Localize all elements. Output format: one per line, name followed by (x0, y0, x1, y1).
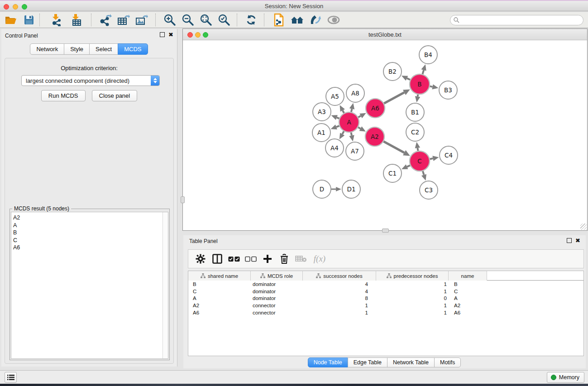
edge-B-B2[interactable] (407, 78, 410, 80)
delete-column-icon[interactable] (276, 251, 292, 267)
zoom-fit-icon[interactable] (197, 13, 215, 27)
graph-node-C2[interactable]: C2 (406, 123, 424, 141)
first-neighbors-icon[interactable] (288, 13, 306, 27)
add-column-icon[interactable] (259, 251, 276, 267)
tab-edge-table[interactable]: Edge Table (348, 357, 387, 367)
table-row[interactable]: Cdominator41C (188, 288, 583, 295)
select-all-columns-icon[interactable] (225, 251, 242, 267)
tab-style[interactable]: Style (64, 43, 90, 55)
graph-node-B1[interactable]: B1 (406, 103, 424, 121)
window-resize-grip[interactable] (580, 224, 587, 230)
column-header-shared-name[interactable]: shared name (188, 271, 251, 281)
graph-node-C3[interactable]: C3 (420, 181, 438, 199)
show-hide-eye-icon[interactable] (325, 13, 343, 27)
search-field[interactable] (450, 15, 583, 25)
zoom-in-icon[interactable] (161, 13, 179, 27)
edge-B-B3[interactable] (430, 86, 433, 87)
edge-A-A2[interactable] (358, 127, 360, 129)
tab-mcds[interactable]: MCDS (118, 43, 148, 55)
graph-node-C4[interactable]: C4 (440, 146, 458, 164)
zoom-out-icon[interactable] (179, 13, 197, 27)
window-left-resize-handle[interactable] (181, 196, 185, 203)
refresh-icon[interactable] (242, 13, 260, 27)
graph-node-A5[interactable]: A5 (326, 87, 344, 105)
result-scrollbar[interactable] (163, 212, 168, 358)
graph-node-B[interactable]: B (410, 74, 430, 94)
window-bottom-resize-handle[interactable] (382, 229, 389, 233)
result-item-a6[interactable]: A6 (11, 244, 168, 252)
graph-node-C1[interactable]: C1 (383, 164, 402, 182)
tab-select[interactable]: Select (89, 43, 118, 55)
close-table-panel-icon[interactable]: ✖ (575, 238, 580, 243)
float-panel-icon[interactable] (160, 32, 165, 37)
edge-A-A8[interactable] (351, 109, 352, 112)
function-builder-icon[interactable]: f(x) (309, 251, 330, 267)
unselect-all-columns-icon[interactable] (242, 251, 259, 267)
graph-node-D1[interactable]: D1 (342, 180, 360, 198)
edge-C-C3[interactable] (423, 171, 424, 175)
graph-node-B3[interactable]: B3 (439, 81, 457, 99)
graph-node-C[interactable]: C (410, 151, 430, 171)
result-item-a2[interactable]: A2 (11, 214, 168, 222)
tab-network-table[interactable]: Network Table (387, 357, 435, 367)
network-canvas[interactable]: B4B2BB3A8A5A6A3B1AA1C2A2A4A7C4CC1DD1C3 (183, 40, 587, 230)
edge-A-A3[interactable] (337, 118, 339, 119)
result-item-a[interactable]: A (11, 222, 168, 229)
edge-B-B1[interactable] (418, 95, 418, 97)
save-session-icon[interactable] (20, 13, 38, 27)
network-from-file-icon[interactable] (270, 13, 288, 27)
show-panel-list-button[interactable] (5, 372, 17, 383)
edge-A-A4[interactable] (342, 131, 344, 134)
table-row[interactable]: Adominator80A (188, 295, 583, 302)
export-network-icon[interactable] (96, 13, 115, 27)
run-mcds-button[interactable]: Run MCDS (41, 90, 86, 101)
tab-network[interactable]: Network (30, 43, 64, 55)
table-row[interactable]: A6connector11A6 (188, 309, 583, 316)
search-input[interactable] (461, 17, 583, 24)
node-table[interactable]: shared nameMCDS rolesuccessor nodesprede… (188, 271, 584, 356)
export-table-icon[interactable] (115, 13, 133, 27)
optimization-criterion-select[interactable]: largest connected component (directed) (21, 75, 160, 86)
result-item-c[interactable]: C (11, 237, 168, 244)
edge-A-A5[interactable] (343, 110, 344, 113)
delete-table-icon[interactable] (292, 251, 309, 267)
graph-node-A6[interactable]: A6 (366, 99, 385, 118)
edge-C-C4[interactable] (430, 158, 433, 159)
edge-A2-C[interactable] (383, 142, 404, 153)
graph-node-A7[interactable]: A7 (346, 142, 364, 160)
zoom-selected-icon[interactable] (215, 13, 233, 27)
graph-node-B2[interactable]: B2 (383, 62, 402, 81)
column-header-name[interactable]: name (449, 271, 487, 281)
memory-button[interactable]: Memory (547, 372, 584, 383)
edge-A-A1[interactable] (336, 126, 339, 127)
mcds-result-list[interactable]: A2ABCA6 (11, 212, 168, 359)
import-table-icon[interactable] (67, 13, 86, 27)
edge-C-C2[interactable] (417, 148, 418, 151)
graph-node-A8[interactable]: A8 (346, 84, 364, 102)
graph-node-D[interactable]: D (313, 180, 331, 198)
edge-A6-B[interactable] (384, 92, 404, 103)
settings-gear-icon[interactable] (192, 251, 209, 267)
graph-node-A1[interactable]: A1 (312, 124, 330, 142)
edge-A-A6[interactable] (358, 116, 361, 117)
close-panel-icon[interactable]: ✖ (168, 32, 173, 37)
graph-node-A2[interactable]: A2 (365, 127, 384, 146)
float-table-panel-icon[interactable] (567, 238, 572, 243)
result-item-b[interactable]: B (11, 229, 168, 237)
edge-B-B4[interactable] (422, 70, 424, 74)
graph-node-A4[interactable]: A4 (325, 139, 344, 157)
graph-node-B4[interactable]: B4 (419, 46, 437, 64)
graphics-details-icon[interactable] (306, 13, 325, 27)
edge-C-C1[interactable] (407, 165, 410, 167)
table-row[interactable]: Bdominator41B (188, 281, 583, 288)
tab-motifs[interactable]: Motifs (434, 357, 461, 367)
edge-A-A7[interactable] (351, 133, 352, 136)
close-panel-button[interactable]: Close panel (92, 90, 138, 101)
graph-node-A3[interactable]: A3 (313, 103, 331, 121)
column-header-MCDS-role[interactable]: MCDS role (251, 271, 303, 281)
export-image-icon[interactable] (133, 13, 151, 27)
network-graph[interactable]: B4B2BB3A8A5A6A3B1AA1C2A2A4A7C4CC1DD1C3 (183, 40, 587, 230)
import-network-icon[interactable] (48, 13, 66, 27)
column-header-successor-nodes[interactable]: successor nodes (303, 271, 376, 281)
network-window-titlebar[interactable]: testGlobe.txt (183, 29, 587, 40)
